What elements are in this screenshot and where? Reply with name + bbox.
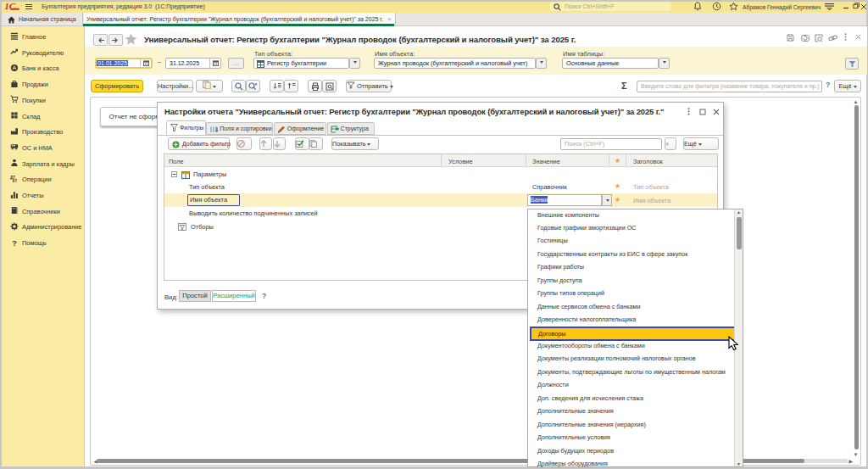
svg-text:?: ? xyxy=(12,238,17,247)
svg-text:КТ: КТ xyxy=(13,179,18,183)
